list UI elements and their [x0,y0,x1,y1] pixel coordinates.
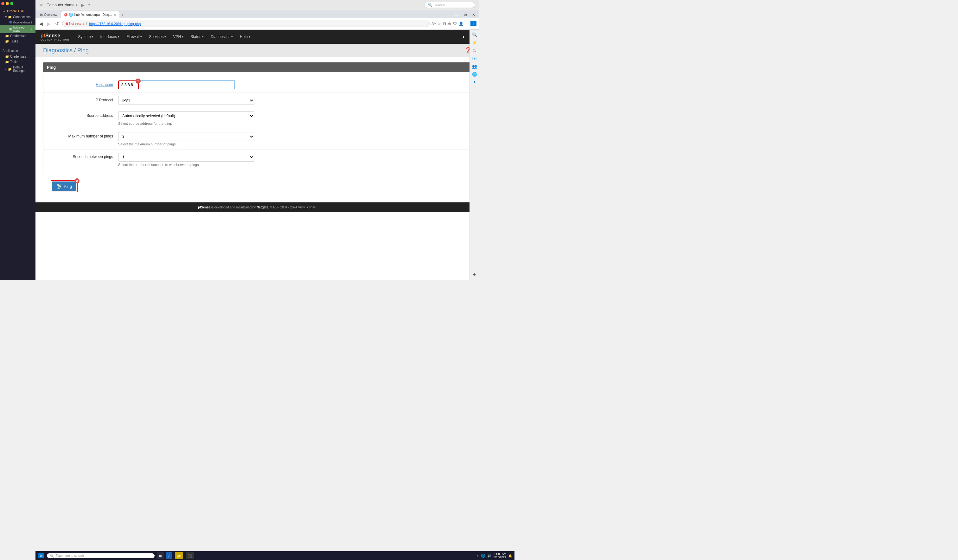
nav-diagnostics[interactable]: Diagnostics▾ [208,32,236,41]
app-sidebar-tasks[interactable]: 📁 Tasks [0,59,35,65]
address-bar[interactable]: Not secure | https://172.16.0.20/diag_pi… [62,21,430,27]
new-tab-button[interactable]: + [120,12,125,17]
form-body: Hostname 1 IP Protocol [43,72,471,175]
split-icon[interactable]: ⊟ [443,22,446,26]
browser-chrome: ⊞ Overview ✕ 🌐 hub-fw.home.arpa - Diagno… [35,10,479,30]
sidebar-connections[interactable]: ▾ 📁 Connections [0,14,35,20]
max-pings-row: Maximum number of pings 12345 Select the… [43,129,471,149]
nav-firewall[interactable]: Firewall▾ [123,32,145,41]
favorites-icon[interactable]: ☆ [438,22,441,26]
app-sidebar-default-settings[interactable]: ▾ 📁 Default Settings [0,65,35,73]
edge-search-icon[interactable]: 🔍 [472,32,477,37]
max-pings-control: 12345 Select the maximum number of pings… [118,132,466,146]
minimize-button[interactable]: — [453,12,462,18]
tab-close-icon[interactable]: ✕ [114,13,116,16]
traffic-lights [1,2,13,5]
edge-icon-main[interactable]: ℰ [471,21,476,26]
restore-button[interactable]: ⧉ [462,12,469,18]
tab-hub-step-stone[interactable]: ✕ 🌐 hub-fw.home.arpa - Diagnostics: ✕ [61,11,119,18]
nav-help[interactable]: Help▾ [236,32,254,41]
source-address-label: Source address [49,111,118,118]
edge-favorites-icon[interactable]: ⚡ [472,40,477,45]
oracle-tsx-label: ▲ Oracle TSX [0,8,35,14]
titlebar: ⚙ Computer Name ▾ ▶ ▾ 🔍 Search [35,0,479,10]
sidebar: ▲ Oracle TSX ▾ 📁 Connections 🖥 ihoogend-… [0,0,35,280]
edge-apps-icon[interactable]: 🌐 [472,72,477,77]
window-controls: — ⧉ ✕ [453,12,478,18]
breadcrumb: Diagnostics / Ping [43,47,89,54]
section-header: Ping [43,62,471,72]
max-pings-select[interactable]: 12345 [118,132,254,141]
forward-button[interactable]: ▶ [46,21,52,27]
back-button[interactable]: ◀ [38,21,44,27]
computer-name-display[interactable]: Computer Name ▾ [46,3,77,7]
sidebar-top [0,0,35,8]
address-bar-icons: Aᴬ ☆ ⊟ ⊕ 🛡 👤 ··· ℰ [431,21,476,26]
minimize-traffic-light[interactable] [6,2,9,5]
hostname-badge: 1 [136,79,141,84]
title-search[interactable]: 🔍 Search [425,2,475,8]
address-bar-row: ◀ ▶ ↺ Not secure | https://172.16.0.20/d… [35,18,479,29]
max-pings-label: Maximum number of pings [49,132,118,138]
nav-vpn[interactable]: VPN▾ [170,32,187,41]
edge-collections-icon[interactable]: 🗂 [472,48,476,53]
app-icon: ⚙ [39,3,43,7]
edge-sidebar: 🔍 ⚡ 🗂 📧 👥 🌐 ✈ + [469,30,479,280]
nav-status[interactable]: Status▾ [187,32,207,41]
ip-protocol-control: IPv4 IPv6 [118,96,466,105]
source-address-select[interactable]: Automatically selected (default) [118,111,254,121]
breadcrumb-parent[interactable]: Diagnostics [43,47,73,54]
edge-outlook-icon[interactable]: 📧 [472,56,477,61]
seconds-between-row: Seconds between pings 12345 Select the n… [43,149,471,170]
hostname-input-extended[interactable] [140,81,235,89]
view-license-link[interactable]: View license. [298,206,316,209]
seconds-between-control: 12345 Select the number of seconds to wa… [118,153,466,167]
add-to-sidebar-icon[interactable]: ⊕ [448,22,451,26]
ping-form-container: Ping Hostname 1 [35,57,479,202]
tabs-bar: ⊞ Overview ✕ 🌐 hub-fw.home.arpa - Diagno… [35,10,479,18]
nav-services[interactable]: Services▾ [146,32,169,41]
close-button[interactable]: ✕ [469,12,478,18]
tab-overview[interactable]: ⊞ Overview [37,11,60,18]
url-display[interactable]: https://172.16.0.20/diag_ping.php [89,22,141,25]
ip-protocol-label: IP Protocol [49,96,118,102]
button-row: 2 📡 Ping [43,175,471,197]
not-secure-indicator: Not secure [65,22,84,25]
ip-protocol-select[interactable]: IPv4 IPv6 [118,96,254,105]
max-pings-help: Select the maximum number of pings. [118,142,466,146]
hostname-label-link[interactable]: Hostname [96,82,113,87]
refresh-button[interactable]: ↺ [54,21,60,27]
close-traffic-light[interactable] [1,2,5,5]
profile-icon[interactable]: 👤 [459,22,463,26]
sidebar-item-tasks[interactable]: 📁 Tasks [0,39,35,44]
page-header: Diagnostics / Ping ❓ [35,44,479,57]
play-button[interactable]: ▶ [81,3,84,8]
app-sidebar-credentials[interactable]: 📁 Credentials [0,54,35,59]
hostname-row: Hostname 1 [43,77,471,93]
main-area: ⚙ Computer Name ▾ ▶ ▾ 🔍 Search ⊞ Overvie… [35,0,479,280]
maximize-traffic-light[interactable] [10,2,13,5]
hostname-label: Hostname [49,81,118,87]
sidebar-item-credentials[interactable]: 📁 Credentials [0,33,35,39]
ping-button[interactable]: 📡 Ping [52,181,76,191]
browser-shield-icon[interactable]: 🛡 [453,22,457,26]
edge-telegram-icon[interactable]: ✈ [473,80,476,84]
pfsense-footer: pfSense is developed and maintained by N… [35,202,479,212]
edge-add-icon[interactable]: + [473,272,476,278]
nav-interfaces[interactable]: Interfaces▾ [97,32,122,41]
sidebar-item-hub-step-stone[interactable]: 🖥 hub-step-stone ▲ [0,25,35,33]
seconds-between-select[interactable]: 12345 [118,153,254,162]
read-mode-icon[interactable]: Aᴬ [431,22,436,26]
pfsense-container: 🔍 ⚡ 🗂 📧 👥 🌐 ✈ + pfSense COMMUNITY EDITIO… [35,30,479,280]
more-icon[interactable]: ··· [465,22,468,26]
not-secure-dot [65,22,68,25]
seconds-between-label: Seconds between pings [49,153,118,159]
nav-system[interactable]: System▾ [75,32,96,41]
logout-button[interactable]: ➜ [460,34,465,40]
pfsense-nav: pfSense COMMUNITY EDITION System▾ Interf… [35,30,479,44]
sidebar-item-ihoogend[interactable]: 🖥 ihoogend-vps3 [0,20,35,25]
application-label: Application [0,48,35,54]
hostname-control: 1 [118,81,466,89]
edge-user-icon[interactable]: 👥 [472,64,477,69]
ip-protocol-row: IP Protocol IPv4 IPv6 [43,93,471,108]
